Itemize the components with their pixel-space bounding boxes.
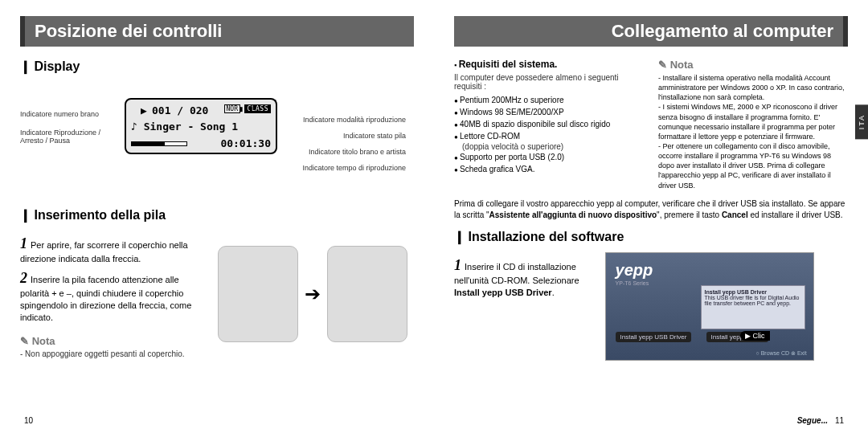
- callout-time: Indicatore tempo di riproduzione: [302, 164, 406, 172]
- installer-screenshot: yepp YP-T6 Series Install yepp USB Drive…: [605, 252, 814, 361]
- callout-batt: Indicatore stato pila: [343, 132, 406, 140]
- installer-footer: ○ Browse CD ⊗ Exit: [755, 350, 806, 357]
- left-page: Posizione dei controlli Display Equalizz…: [0, 0, 434, 433]
- battery-icon: ▮▮▮: [239, 104, 253, 113]
- right-page: Collegamento al computer Requisiti del s…: [434, 0, 868, 433]
- callout-track: Indicatore numero brano: [20, 110, 99, 118]
- callout-play: Indicatore Riproduzione / Arresto / Paus…: [20, 129, 117, 145]
- click-indicator: ▶ Clic: [740, 331, 770, 341]
- step-2: 2Inserire la pila facendo attenzione all…: [20, 268, 197, 324]
- callout-title: Indicatore titolo brano e artista: [309, 148, 406, 156]
- battery-illustration-1: [218, 246, 298, 342]
- lcd-song: ♪ Singer - Song 1: [131, 121, 238, 133]
- lcd-nor: NOR: [224, 104, 240, 113]
- pre-connect-text: Prima di collegare il vostro apparecchio…: [454, 198, 848, 221]
- lcd-time: 00:01:30: [220, 137, 271, 149]
- left-title: Posizione dei controlli: [20, 16, 414, 47]
- nota-list: Installare il sistema operativo nella mo…: [658, 73, 848, 190]
- page-number-left: 10: [24, 416, 33, 425]
- install-step-1: 1Inserire il CD di installazione nell'un…: [454, 255, 591, 299]
- section-install: Installazione del software: [454, 229, 848, 244]
- callout-mode: Indicatore modalità riproduzione: [303, 116, 406, 124]
- installer-desc-box: Install yepp USB DriverThis USB driver f…: [701, 285, 805, 329]
- nota-label-right: Nota: [658, 59, 848, 71]
- page-number-right: 11: [835, 416, 844, 425]
- lcd-display: ▶ 001 / 020 CLASS NOR ▮▮▮ ♪ Singer - Son…: [125, 98, 277, 154]
- yepp-logo: yepp: [616, 261, 653, 280]
- yepp-series: YP-T6 Series: [616, 280, 649, 286]
- req-list: Pentium 200MHz o superiore Windows 98 SE…: [454, 94, 644, 142]
- step-1: 1Per aprire, far scorrere il coperchio n…: [20, 234, 197, 265]
- language-tab: ITA: [855, 104, 868, 139]
- lcd-track: 001 / 020: [152, 104, 208, 116]
- progress-bar: [131, 141, 187, 146]
- nota-text-left: - Non appoggiare oggetti pesanti al cope…: [20, 349, 197, 358]
- section-display: Display: [20, 59, 414, 74]
- segue-label: Segue...: [797, 416, 828, 425]
- req-heading: Requisiti del sistema.: [454, 59, 644, 70]
- install-driver-button[interactable]: Install yepp USB Driver: [616, 332, 692, 342]
- right-title: Collegamento al computer: [454, 16, 848, 47]
- section-battery: Inserimento della pila: [20, 207, 414, 223]
- nota-label-left: Nota: [20, 335, 197, 347]
- battery-illustration-2: [327, 246, 407, 342]
- arrow-icon: ➔: [305, 283, 321, 305]
- req-intro: Il computer deve possedere almeno i segu…: [454, 73, 644, 91]
